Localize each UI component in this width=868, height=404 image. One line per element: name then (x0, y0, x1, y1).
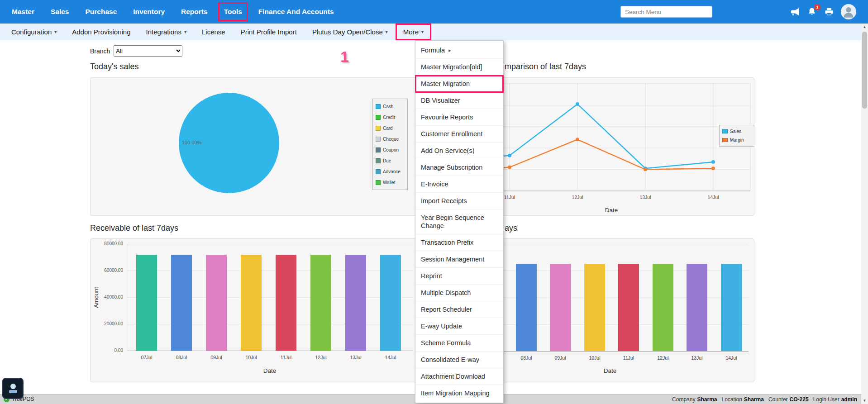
topnav-item-sales[interactable]: Sales (43, 0, 77, 24)
menu-item-label: Transaction Prefix (421, 238, 473, 247)
x-tick-12jul: 12Jul (652, 355, 674, 361)
y-tick-000: 0.00 (91, 348, 123, 353)
notifications-icon[interactable]: 1 (806, 6, 817, 17)
topnav-item-tools[interactable]: Tools (216, 0, 250, 24)
menu-item-year-begin-sequence-change[interactable]: Year Begin Sequence Change (415, 209, 503, 234)
status-field-label: Counter (768, 396, 788, 403)
menu-item-label: DB Visualizer (421, 96, 460, 105)
menu-item-formula[interactable]: Formula▸ (415, 42, 503, 59)
legend-item-due: Due (376, 155, 405, 166)
branch-select[interactable]: All (114, 45, 182, 57)
x-axis-line (127, 351, 413, 351)
menu-item-manage-subscription[interactable]: Manage Subscription (415, 159, 503, 176)
subnav-item-configuration[interactable]: Configuration▾ (4, 24, 64, 40)
legend-swatch (376, 137, 381, 142)
subnav-item-more[interactable]: More▾ (396, 24, 431, 40)
menu-item-e-way-update[interactable]: E-way Update (415, 318, 503, 335)
menu-item-label: E-way Update (421, 322, 462, 330)
y-tick-6000000: 60000.00 (91, 268, 123, 273)
menu-item-label: Report Scheduler (421, 305, 472, 314)
scrollbar-thumb[interactable] (862, 32, 867, 109)
pie-data-label: 100.00% (182, 140, 201, 145)
menu-item-customer-enrollment[interactable]: Customer Enrollment (415, 126, 503, 143)
x-axis-title: Date (598, 207, 625, 214)
x-tick-13jul: 13Jul (686, 355, 708, 361)
menu-item-transaction-prefix[interactable]: Transaction Prefix (415, 234, 503, 251)
legend-swatch (376, 147, 381, 152)
subnav-item-license[interactable]: License (194, 24, 233, 40)
topnav-item-inventory[interactable]: Inventory (125, 0, 173, 24)
x-axis-title: Date (256, 367, 283, 374)
menu-item-label: Add On Service(s) (421, 147, 474, 155)
chevron-down-icon: ▾ (386, 29, 388, 34)
menu-item-attachment-download[interactable]: Attachment Download (415, 368, 503, 385)
menu-item-import-receipts[interactable]: Import Receipts (415, 193, 503, 209)
legend-label: Card (383, 126, 393, 131)
menu-item-label: Reprint (421, 272, 442, 280)
legend-label: Credit (383, 115, 395, 120)
legend-item-cash: Cash (376, 101, 405, 112)
topnav-item-purchase[interactable]: Purchase (77, 0, 125, 24)
subnav-item-print-profile-import[interactable]: Print Profile Import (233, 24, 305, 40)
gridline (127, 271, 413, 271)
vertical-scrollbar[interactable]: ▲ ▼ (861, 24, 868, 404)
x-tick-14jul: 14Jul (379, 355, 402, 360)
scroll-up-arrow[interactable]: ▲ (861, 24, 868, 30)
topnav-item-finance-and-accounts[interactable]: Finance And Accounts (250, 0, 342, 24)
today-sales-panel: 100.00% CashCreditCardChequeCouponDueAdv… (90, 77, 419, 216)
menu-item-consolidated-e-way[interactable]: Consolidated E-way (415, 352, 503, 368)
brand-logo[interactable] (2, 378, 24, 399)
subnav-item-addon-provisioning[interactable]: Addon Provisioning (64, 24, 138, 40)
menu-item-label: Session Management (421, 255, 484, 263)
x-tick-07jul: 07Jul (135, 355, 158, 360)
menu-item-favourite-reports[interactable]: Favourite Reports (415, 109, 503, 126)
menu-item-item-migration-mapping[interactable]: Item Migration Mapping (415, 385, 503, 401)
menu-item-add-on-service-s[interactable]: Add On Service(s) (415, 143, 503, 159)
legend-item-card: Card (376, 123, 405, 133)
chart-title-sales-comparison: mparison of last 7days (505, 62, 586, 71)
announcement-icon[interactable] (789, 6, 800, 17)
x-tick-13jul: 13Jul (634, 195, 657, 200)
x-tick-08jul: 08Jul (170, 355, 193, 360)
menu-item-session-management[interactable]: Session Management (415, 251, 503, 268)
menu-item-db-visualizer[interactable]: DB Visualizer (415, 92, 503, 109)
legend-swatch (722, 129, 728, 133)
search-input[interactable] (620, 6, 712, 18)
chart-title-second-bar: ays (505, 223, 517, 233)
legend-label: Margin (730, 138, 744, 143)
x-axis-title: Date (596, 367, 624, 374)
annotation-step-1: 1 (340, 48, 349, 66)
bar-12jul (653, 264, 673, 351)
gridline (127, 244, 413, 244)
subnav-item-plutus-day-open-close[interactable]: Plutus Day Open/Close▾ (305, 24, 396, 40)
menu-item-master-migration-old[interactable]: Master Migration[old] (415, 59, 503, 76)
data-point-sales (508, 154, 511, 157)
x-tick-12jul: 12Jul (310, 355, 332, 360)
x-tick-14jul: 14Jul (720, 355, 743, 361)
data-point-margin (508, 166, 511, 169)
y-tick-4000000: 40000.00 (91, 295, 123, 299)
menu-item-label: Multiple Dispatch (421, 289, 471, 297)
menu-item-label: Year Begin Sequence Change (421, 214, 498, 230)
menu-item-multiple-dispatch[interactable]: Multiple Dispatch (415, 285, 503, 301)
bar-08jul (516, 264, 537, 351)
menu-item-label: Attachment Download (421, 372, 485, 380)
legend-swatch (376, 180, 381, 185)
menu-item-label: Consolidated E-way (421, 356, 479, 364)
user-avatar[interactable] (841, 4, 856, 19)
bar-13jul (687, 264, 707, 351)
menu-item-reprint[interactable]: Reprint (415, 268, 503, 285)
x-tick-09jul: 09Jul (549, 355, 572, 361)
menu-item-scheme-formula[interactable]: Scheme Formula (415, 335, 503, 352)
menu-item-master-migration[interactable]: Master Migration (415, 76, 503, 92)
subnav-item-integrations[interactable]: Integrations▾ (138, 24, 194, 40)
menu-item-label: Customer Enrollment (421, 130, 482, 138)
menu-item-label: Master Migration (421, 80, 470, 88)
menu-item-e-invoice[interactable]: E-Invoice (415, 176, 503, 193)
menu-item-report-scheduler[interactable]: Report Scheduler (415, 301, 503, 318)
print-icon[interactable] (824, 6, 835, 17)
topnav-item-reports[interactable]: Reports (173, 0, 216, 24)
scroll-down-arrow[interactable]: ▼ (861, 397, 868, 404)
topnav-item-master[interactable]: Master (4, 0, 43, 24)
bar-10jul (241, 255, 262, 351)
